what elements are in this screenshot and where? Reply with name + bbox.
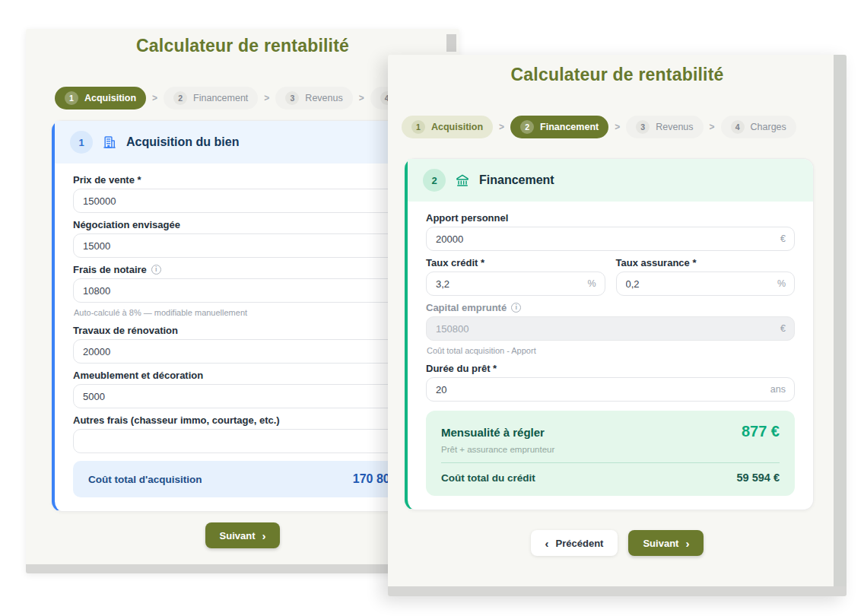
next-button[interactable]: Suivant › — [628, 530, 704, 556]
field-taux-credit: Taux crédit * % — [426, 257, 605, 296]
page-title: Calculateur de rentabilité — [388, 64, 847, 85]
stepper-step-acquisition[interactable]: 1 Acquisition — [402, 116, 493, 138]
field-apport: Apport personnel € — [426, 212, 795, 251]
step-label: Revenus — [305, 93, 342, 103]
step-number: 3 — [285, 91, 299, 105]
divider — [441, 462, 780, 463]
field-label: Ameublement et décoration — [73, 370, 422, 381]
frais-notaire-helper: Auto-calculé à 8% — modifiable manuellem… — [74, 307, 422, 319]
chevron-right-icon: > — [264, 93, 269, 103]
vertical-scrollbar-thumb[interactable] — [446, 34, 456, 52]
ameublement-input[interactable] — [73, 384, 422, 408]
total-acquisition-box: Coût total d'acquisition 170 800 € — [73, 461, 422, 497]
negociation-input[interactable] — [73, 233, 422, 258]
info-icon[interactable]: i — [511, 303, 521, 313]
field-autres-frais: Autres frais (chasseur immo, courtage, e… — [73, 414, 422, 453]
stepper: 1 Acquisition > 2 Financement > 3 Revenu… — [402, 116, 847, 138]
step-number-badge: 2 — [423, 169, 446, 192]
mensualite-helper: Prêt + assurance emprunteur — [441, 445, 780, 454]
mensualite-label: Mensualité à régler — [441, 426, 545, 439]
percent-suffix: % — [587, 278, 596, 289]
acquisition-card-body: Prix de vente * Négociation envisagée Fr… — [55, 164, 440, 511]
mensualite-value: 877 € — [742, 423, 780, 440]
prix-de-vente-input[interactable] — [73, 189, 422, 213]
field-capital: Capital emprunté i € — [426, 302, 795, 341]
field-label: Capital emprunté i — [426, 302, 795, 313]
stepper-step-revenus[interactable]: 3 Revenus — [275, 87, 352, 110]
chevron-right-icon: > — [499, 122, 504, 132]
step-label: Charges — [751, 122, 786, 132]
chevron-right-icon: > — [152, 93, 157, 103]
step-number-badge: 1 — [70, 131, 93, 154]
field-frais-notaire: Frais de notaire i — [73, 264, 422, 303]
page: Calculateur de rentabilité 1 Acquisition… — [0, 0, 864, 616]
taux-credit-input[interactable] — [426, 271, 605, 296]
step-label: Revenus — [656, 122, 693, 132]
card-title: Acquisition du bien — [126, 135, 239, 149]
financement-card-body: Apport personnel € Taux crédit * % — [408, 202, 813, 510]
stepper-step-charges[interactable]: 4 Charges — [721, 116, 796, 138]
next-button[interactable]: Suivant › — [205, 522, 281, 548]
frais-notaire-input[interactable] — [73, 278, 422, 303]
field-duree: Durée du prêt * ans — [426, 363, 795, 402]
ans-suffix: ans — [770, 384, 786, 395]
autres-frais-input[interactable] — [73, 429, 422, 453]
financement-card-header: 2 Financement — [408, 159, 813, 202]
field-label: Taux crédit * — [426, 257, 605, 268]
stepper-step-revenus[interactable]: 3 Revenus — [626, 116, 703, 138]
step-label: Acquisition — [431, 122, 483, 132]
field-label: Négociation envisagée — [73, 219, 422, 230]
capital-emprunte-input — [426, 316, 795, 341]
stepper-step-financement[interactable]: 2 Financement — [510, 116, 608, 138]
chevron-right-icon: › — [685, 538, 689, 549]
acquisition-card: 1 Acquisition du bien Prix de vente * Né… — [52, 120, 441, 512]
horizontal-scrollbar[interactable] — [388, 586, 847, 596]
step-label: Financement — [193, 93, 248, 103]
chevron-right-icon: > — [710, 122, 715, 132]
step-number: 2 — [520, 120, 534, 134]
step-label: Financement — [540, 122, 599, 132]
travaux-input[interactable] — [73, 339, 422, 364]
chevron-left-icon: ‹ — [545, 538, 549, 549]
field-label: Autres frais (chasseur immo, courtage, e… — [73, 414, 422, 426]
field-taux-assurance: Taux assurance * % — [616, 257, 796, 296]
card-title: Financement — [479, 173, 554, 187]
taux-assurance-input[interactable] — [616, 271, 796, 296]
field-label: Apport personnel — [426, 212, 795, 224]
duree-pret-input[interactable] — [426, 377, 795, 402]
chevron-right-icon: > — [615, 122, 620, 132]
field-label: Travaux de rénovation — [73, 325, 422, 336]
field-travaux: Travaux de rénovation — [73, 325, 422, 364]
chevron-right-icon: › — [262, 530, 265, 541]
total-label: Coût total d'acquisition — [88, 474, 202, 485]
capital-helper: Coût total acquisition - Apport — [427, 345, 795, 357]
vertical-scrollbar[interactable] — [834, 55, 847, 586]
field-label: Frais de notaire i — [73, 264, 422, 275]
field-ameublement: Ameublement et décoration — [73, 370, 422, 408]
page-title: Calculateur de rentabilité — [26, 35, 459, 56]
previous-button[interactable]: ‹ Précédent — [531, 530, 618, 556]
apport-input[interactable] — [426, 227, 795, 251]
step-number: 4 — [731, 120, 745, 134]
step-number: 1 — [65, 91, 78, 105]
step-number: 2 — [173, 91, 187, 105]
step-label: Acquisition — [84, 93, 136, 103]
field-negociation: Négociation envisagée — [73, 219, 422, 258]
cout-credit-label: Coût total du crédit — [441, 472, 535, 484]
building-icon — [102, 135, 117, 150]
field-label: Durée du prêt * — [426, 363, 795, 374]
info-icon[interactable]: i — [151, 265, 161, 275]
stepper-step-acquisition[interactable]: 1 Acquisition — [55, 87, 146, 110]
chevron-right-icon: > — [359, 93, 364, 103]
mensualite-summary-box: Mensualité à régler 877 € Prêt + assuran… — [426, 411, 795, 496]
stepper-step-financement[interactable]: 2 Financement — [164, 87, 258, 110]
field-label: Taux assurance * — [616, 257, 796, 268]
percent-suffix: % — [777, 278, 786, 289]
euro-suffix: € — [780, 323, 786, 334]
field-prix-de-vente: Prix de vente * — [73, 174, 422, 213]
financement-card: 2 Financement Apport personnel € — [405, 158, 814, 510]
step-number: 1 — [411, 120, 425, 134]
field-label: Prix de vente * — [73, 174, 422, 186]
step-number: 3 — [636, 120, 650, 134]
euro-suffix: € — [780, 233, 786, 244]
